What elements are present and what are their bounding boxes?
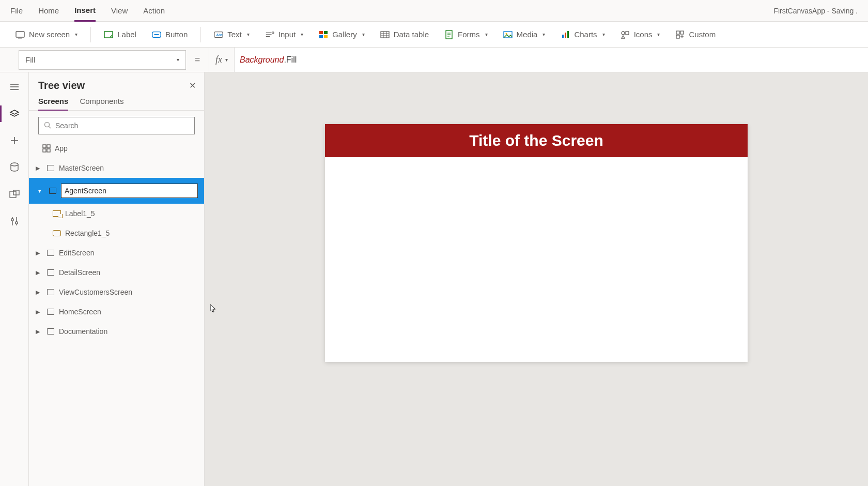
text-icon: Abc [214,30,223,39]
media-rail-icon[interactable] [8,188,21,201]
fx-button[interactable]: fx ▾ [209,48,234,72]
screen-canvas[interactable]: Title of the Screen [325,124,748,362]
svg-point-49 [11,219,13,221]
chevron-down-icon: ▾ [75,32,78,37]
tree-node-app[interactable]: App [29,139,204,158]
charts-btn-text: Charts [574,30,597,39]
screen-icon [45,248,56,257]
tree-search[interactable] [38,117,195,134]
svg-rect-2 [104,32,113,38]
expand-icon[interactable]: ▶ [33,289,42,296]
tab-components[interactable]: Components [80,97,123,110]
gallery-dropdown[interactable]: Gallery ▾ [314,27,370,42]
text-dropdown[interactable]: Abc Text ▾ [209,27,255,42]
svg-rect-5 [154,34,159,35]
svg-rect-29 [567,31,569,38]
media-icon [503,30,513,39]
svg-rect-35 [676,35,679,38]
input-dropdown[interactable]: Input ▾ [260,27,308,42]
rename-input[interactable] [61,184,198,198]
tree-node-label: ViewCustomersScreen [59,288,132,296]
expand-icon[interactable]: ▶ [33,165,42,172]
new-screen-button[interactable]: New screen ▾ [10,27,83,42]
input-btn-text: Input [278,30,296,39]
label-button[interactable]: Label [99,27,142,42]
svg-rect-16 [381,32,389,38]
search-input[interactable] [55,122,189,130]
tab-screens[interactable]: Screens [38,97,68,111]
chevron-down-icon: ▾ [657,32,660,37]
collapse-icon[interactable]: ▾ [35,188,44,194]
svg-rect-55 [43,149,46,152]
custom-dropdown[interactable]: Custom [670,27,721,42]
ribbon: New screen ▾ Label Button Abc Text ▾ Inp… [0,22,868,48]
tree-list: App ▶ MasterScreen ▾ Label1_5 Rectangle1… [29,139,204,486]
svg-rect-53 [43,145,46,148]
tree-node-detailscreen[interactable]: ▶ DetailScreen [29,263,204,282]
gallery-btn-text: Gallery [332,30,357,39]
button-btn-text: Button [165,30,188,39]
expand-icon[interactable]: ▶ [33,309,42,315]
rectangle-control-icon [52,229,62,238]
tree-header: Tree view ✕ [29,72,204,97]
tree-node-viewcustomersscreen[interactable]: ▶ ViewCustomersScreen [29,282,204,302]
data-table-button[interactable]: Data table [375,27,434,42]
tree-node-label: HomeScreen [59,308,101,316]
chevron-down-icon: ▾ [542,32,545,37]
data-table-btn-text: Data table [394,30,429,39]
expand-icon[interactable]: ▶ [33,269,42,276]
media-dropdown[interactable]: Media ▾ [498,27,551,42]
expand-icon[interactable]: ▶ [33,250,42,256]
menu-action[interactable]: Action [143,0,165,21]
menu-home[interactable]: Home [38,0,59,21]
menu-bar-items: File Home Insert View Action [10,0,165,21]
menu-insert[interactable]: Insert [74,1,96,22]
charts-dropdown[interactable]: Charts ▾ [555,27,610,42]
data-icon[interactable] [8,161,21,174]
tree-node-homescreen[interactable]: ▶ HomeScreen [29,302,204,322]
menu-view[interactable]: View [111,0,128,21]
property-selector[interactable]: Fill ▾ [19,50,186,70]
svg-rect-15 [324,35,328,38]
icons-dropdown[interactable]: Icons ▾ [615,27,665,42]
hamburger-icon[interactable] [8,81,21,93]
chevron-down-icon: ▾ [225,57,228,63]
tree-node-agentscreen[interactable]: ▾ [29,178,204,204]
tree-node-label: MasterScreen [59,164,104,172]
tree-node-documentation[interactable]: ▶ Documentation [29,322,204,341]
tree-view-icon[interactable] [8,108,21,120]
tree-node-rectangle1-5[interactable]: Rectangle1_5 [29,223,204,243]
advanced-tools-icon[interactable] [8,215,21,227]
svg-point-11 [272,32,274,34]
canvas-area[interactable]: Title of the Screen [205,72,868,486]
svg-rect-45 [10,191,16,198]
media-btn-text: Media [517,30,538,39]
tree-title: Tree view [38,80,85,92]
insert-icon[interactable] [8,134,21,147]
screen-title-bar[interactable]: Title of the Screen [325,124,748,157]
svg-marker-32 [622,36,625,38]
tree-node-label: EditScreen [59,249,94,257]
property-formula-row: Fill ▾ = fx ▾ Background.Fill [0,48,868,72]
svg-point-51 [45,122,50,127]
chevron-down-icon: ▾ [177,57,179,63]
svg-point-26 [505,33,507,34]
expand-icon[interactable]: ▶ [33,328,42,335]
svg-rect-12 [319,31,323,34]
new-screen-icon [16,30,25,39]
tree-view-panel: Tree view ✕ Screens Components App ▶ [29,72,205,486]
chevron-down-icon: ▾ [301,32,303,37]
tree-node-label1-5[interactable]: Label1_5 [29,204,204,223]
fx-label: fx [215,54,222,65]
formula-bar[interactable]: Background.Fill [234,48,868,72]
search-icon [44,122,51,130]
tree-node-editscreen[interactable]: ▶ EditScreen [29,243,204,263]
menu-file[interactable]: File [10,0,23,21]
close-icon[interactable]: ✕ [189,81,196,90]
forms-dropdown[interactable]: Forms ▾ [439,27,493,42]
svg-point-30 [622,32,625,35]
main-area: Tree view ✕ Screens Components App ▶ [0,72,868,486]
tree-node-masterscreen[interactable]: ▶ MasterScreen [29,158,204,178]
tree-tabs: Screens Components [29,97,204,111]
button-button[interactable]: Button [147,27,193,42]
